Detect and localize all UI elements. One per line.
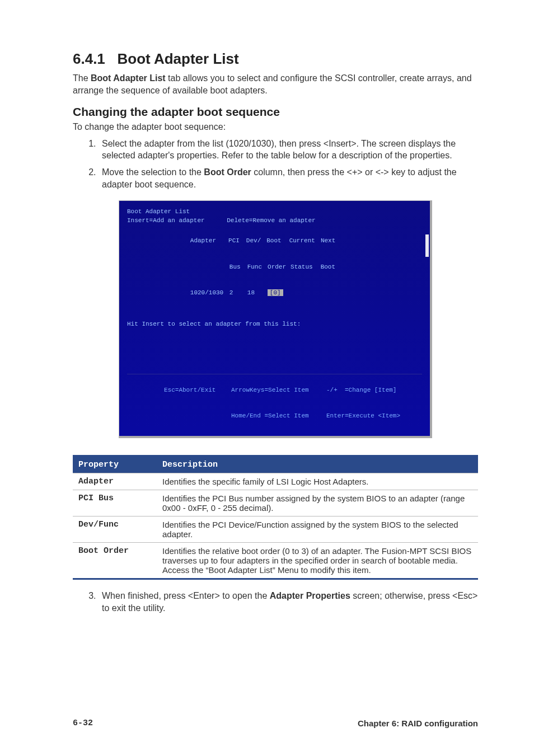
step-3: When finished, press <Enter> to open the…	[99, 590, 478, 614]
step-2: Move the selection to the Boot Order col…	[99, 166, 478, 190]
prop-desc-cell: Identifies the PCI Bus number assigned b…	[157, 490, 478, 516]
prop-desc-cell: Identifies the specific family of LSI Lo…	[157, 473, 478, 490]
col-nboot: Boot	[321, 264, 335, 270]
steps-list: Select the adapter from the list (1020/1…	[73, 138, 478, 190]
step-3-pre: When finished, press <Enter> to open the	[102, 591, 270, 600]
col-pci: PCI	[228, 237, 240, 244]
prop-desc-cell: Identifies the relative boot order (0 to…	[157, 543, 478, 579]
scrollbar-indicator	[425, 234, 429, 257]
bios-screenshot: Boot Adapter List Insert=Add an adapter …	[119, 200, 432, 438]
prop-name-cell: PCI Bus	[73, 490, 157, 516]
page-footer: 6-32 Chapter 6: RAID configuration	[73, 719, 478, 728]
key-esc: Esc=Abort/Exit	[164, 386, 231, 395]
section-title-text: Boot Adapter List	[118, 50, 239, 67]
row-adapter: 1020/1030	[190, 289, 229, 297]
bios-title: Boot Adapter List	[127, 208, 422, 216]
row-func: 18	[247, 289, 268, 297]
prop-name-cell: Adapter	[73, 473, 157, 490]
sub-intro: To change the adapter boot sequence:	[73, 121, 478, 133]
col-boot: Boot	[266, 237, 281, 244]
col-dev: Dev/	[246, 237, 261, 244]
section-number: 6.4.1	[73, 50, 105, 67]
col-bus: Bus	[229, 264, 241, 270]
th-description: Description	[157, 456, 478, 473]
table-row: PCI Bus Identifies the PCI Bus number as…	[73, 490, 478, 516]
bios-key-help: Esc=Abort/ExitArrowKeys=Select Item-/+ =…	[127, 374, 422, 429]
col-order: Order	[268, 264, 286, 270]
step-3-bold: Adapter Properties	[270, 591, 350, 600]
steps-list-cont: When finished, press <Enter> to open the…	[73, 590, 478, 614]
table-row: Boot Order Identifies the relative boot …	[73, 543, 478, 579]
step-1: Select the adapter from the list (1020/1…	[99, 138, 478, 162]
step-2-bold: Boot Order	[204, 167, 251, 177]
table-row: Dev/Func Identifies the PCI Device/Funct…	[73, 516, 478, 543]
page-number: 6-32	[73, 719, 93, 728]
key-homeend: Home/End =Select Item	[231, 412, 326, 420]
prop-name-cell: Dev/Func	[73, 516, 157, 543]
properties-table: Property Description Adapter Identifies …	[73, 455, 478, 580]
col-next: Next	[321, 237, 335, 244]
col-func: Func	[247, 264, 262, 270]
key-arrows: ArrowKeys=Select Item	[231, 386, 326, 395]
chapter-label: Chapter 6: RAID configuration	[358, 719, 478, 728]
row-order-selected[interactable]: [0]	[268, 289, 283, 296]
table-row: Adapter Identifies the specific family o…	[73, 473, 478, 490]
prop-desc-cell: Identifies the PCI Device/Function assig…	[157, 516, 478, 543]
bios-insert-hint: Insert=Add an adapter	[127, 217, 205, 224]
col-current: Current	[289, 237, 315, 244]
section-heading: 6.4.1 Boot Adapter List	[73, 50, 478, 68]
row-bus: 2	[229, 289, 247, 297]
bios-delete-hint: Delete=Remove an adapter	[227, 217, 315, 224]
key-enter: Enter=Execute <Item>	[326, 412, 400, 419]
step-1-text: Select the adapter from the list (1020/1…	[102, 139, 456, 161]
intro-paragraph: The Boot Adapter List tab allows you to …	[73, 72, 478, 96]
key-plusminus: -/+ =Change [Item]	[326, 387, 396, 393]
intro-prefix: The	[73, 73, 91, 83]
col-adapter: Adapter	[190, 237, 216, 244]
step-2-pre: Move the selection to the	[102, 167, 204, 177]
prop-name-cell: Boot Order	[73, 543, 157, 579]
col-status: Status	[291, 264, 313, 270]
intro-bold: Boot Adapter List	[91, 73, 166, 83]
th-property: Property	[73, 456, 157, 473]
bios-select-hint: Hit Insert to select an adapter from thi…	[127, 320, 422, 328]
sub-heading: Changing the adapter boot sequence	[73, 105, 478, 119]
